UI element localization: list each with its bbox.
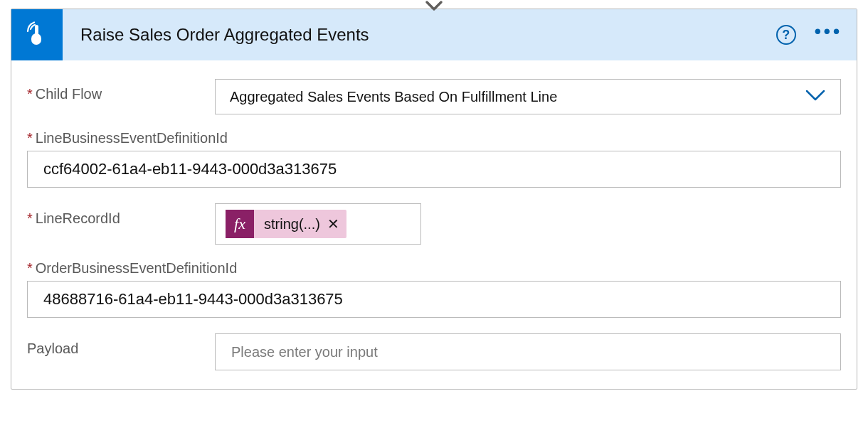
expression-token[interactable]: fx string(...) ✕ <box>226 210 346 238</box>
svg-rect-1 <box>35 25 38 38</box>
payload-placeholder: Please enter your input <box>231 344 378 360</box>
remove-token-icon[interactable]: ✕ <box>327 215 339 232</box>
chevron-down-icon <box>805 89 826 105</box>
required-indicator: * <box>27 130 36 146</box>
expression-text: string(...) <box>264 216 320 232</box>
child-flow-value: Aggregated Sales Events Based On Fulfill… <box>230 89 805 105</box>
order-def-label: *OrderBusinessEventDefinitionId <box>27 260 841 277</box>
required-indicator: * <box>27 86 36 102</box>
line-record-input[interactable]: fx string(...) ✕ <box>215 203 421 245</box>
line-def-value: ccf64002-61a4-eb11-9443-000d3a313675 <box>43 160 337 178</box>
payload-input[interactable]: Please enter your input <box>215 333 841 370</box>
card-header[interactable]: Raise Sales Order Aggregated Events ? ••… <box>11 9 857 60</box>
payload-label: Payload <box>27 333 215 370</box>
child-flow-label: *Child Flow <box>27 79 215 114</box>
child-flow-dropdown[interactable]: Aggregated Sales Events Based On Fulfill… <box>215 79 841 114</box>
manual-trigger-icon <box>11 9 63 60</box>
more-menu-icon[interactable]: ••• <box>815 21 842 50</box>
required-indicator: * <box>27 210 36 226</box>
card-title: Raise Sales Order Aggregated Events <box>63 25 776 45</box>
action-card: Raise Sales Order Aggregated Events ? ••… <box>11 9 857 390</box>
order-def-input[interactable]: 48688716-61a4-eb11-9443-000d3a313675 <box>27 281 841 318</box>
line-def-label: *LineBusinessEventDefinitionId <box>27 130 841 146</box>
order-def-value: 48688716-61a4-eb11-9443-000d3a313675 <box>43 290 343 309</box>
fx-icon: fx <box>226 210 254 238</box>
line-def-input[interactable]: ccf64002-61a4-eb11-9443-000d3a313675 <box>27 151 841 188</box>
help-icon[interactable]: ? <box>776 25 796 45</box>
required-indicator: * <box>27 260 36 276</box>
card-body: *Child Flow Aggregated Sales Events Base… <box>11 60 857 389</box>
line-record-label: *LineRecordId <box>27 203 215 245</box>
